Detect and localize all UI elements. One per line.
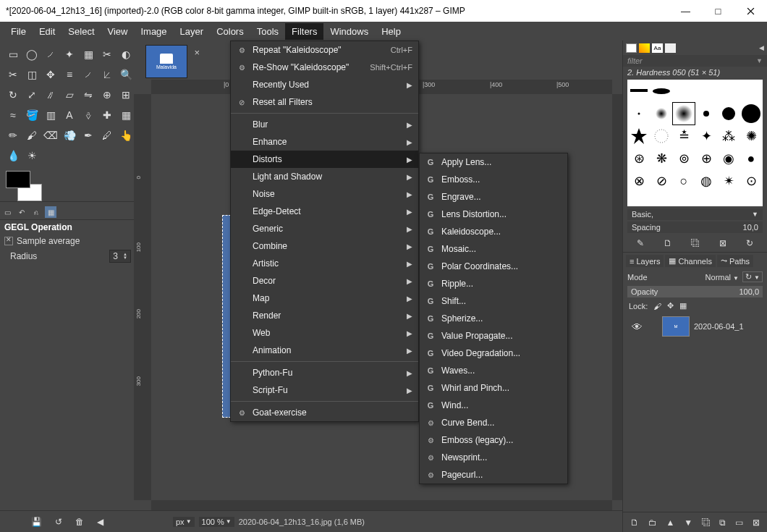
tool-shear[interactable]: ⫽ bbox=[42, 85, 59, 104]
menu-layer[interactable]: Layer bbox=[174, 23, 211, 40]
menu-item-artistic[interactable]: Artistic▶ bbox=[231, 255, 418, 272]
menu-item-animation[interactable]: Animation▶ bbox=[231, 342, 418, 359]
menu-item-goat-exercise[interactable]: ⚙Goat-exercise bbox=[231, 404, 418, 421]
delete-brush-icon[interactable]: ⊠ bbox=[719, 238, 726, 248]
tool-rect-select[interactable]: ▭ bbox=[4, 45, 22, 64]
edit-brush-icon[interactable]: ✎ bbox=[637, 238, 644, 248]
menu-item-light-and-shadow[interactable]: Light and Shadow▶ bbox=[231, 168, 418, 185]
brush-item[interactable] bbox=[628, 103, 650, 124]
tab-tool-options-icon[interactable]: ▭ bbox=[1, 206, 13, 218]
tool-crop[interactable]: ✂ bbox=[4, 65, 22, 84]
brush-item[interactable]: ○ bbox=[673, 170, 695, 192]
tool-eraser[interactable]: ⌫ bbox=[42, 126, 59, 145]
menu-item-polar-coordinates-[interactable]: GPolar Coordinates... bbox=[420, 258, 567, 275]
merge-layer-icon[interactable]: ⧉ bbox=[719, 518, 726, 528]
tool-scale[interactable]: ⤢ bbox=[23, 85, 41, 104]
tool-color-picker[interactable]: ⟋ bbox=[80, 65, 97, 84]
fg-color[interactable] bbox=[6, 171, 30, 188]
brush-item[interactable]: ✴ bbox=[718, 170, 740, 192]
paths-tab[interactable]: ⤳Paths bbox=[717, 255, 753, 267]
tool-rotate[interactable]: ↻ bbox=[4, 85, 22, 104]
lower-layer-icon[interactable]: ▼ bbox=[684, 518, 692, 528]
maximize-button[interactable]: □ bbox=[702, 0, 734, 22]
dock-menu-icon[interactable]: ◀ bbox=[759, 44, 764, 51]
tool-dodge[interactable]: ☀ bbox=[23, 146, 41, 165]
menu-item-apply-lens-[interactable]: GApply Lens... bbox=[420, 153, 567, 171]
menu-item-whirl-and-pinch-[interactable]: GWhirl and Pinch... bbox=[420, 379, 567, 397]
close-button[interactable] bbox=[734, 0, 767, 22]
tool-zoom[interactable]: 🔍 bbox=[117, 65, 135, 84]
menu-item-render[interactable]: Render▶ bbox=[231, 307, 418, 324]
layer-opacity[interactable]: Opacity100,0 bbox=[627, 286, 763, 297]
menu-item-distorts[interactable]: Distorts▶ bbox=[231, 151, 418, 168]
menu-item-value-propagate-[interactable]: GValue Propagate... bbox=[420, 327, 567, 345]
brush-item[interactable]: ◍ bbox=[695, 170, 717, 192]
history-tab-icon[interactable] bbox=[665, 43, 676, 53]
menu-tools[interactable]: Tools bbox=[250, 23, 285, 40]
menu-item-emboss-[interactable]: GEmboss... bbox=[420, 171, 567, 188]
tool-bucket[interactable]: 🪣 bbox=[23, 106, 41, 124]
menu-item-python-fu[interactable]: Python-Fu▶ bbox=[231, 364, 418, 381]
tool-paintbrush[interactable]: 🖌 bbox=[23, 126, 41, 145]
menu-image[interactable]: Image bbox=[134, 23, 173, 40]
tool-blur[interactable]: 💧 bbox=[4, 146, 22, 165]
menu-filters[interactable]: Filters bbox=[285, 23, 323, 40]
tool-measure[interactable]: ⟀ bbox=[98, 65, 116, 84]
minimize-button[interactable]: — bbox=[669, 0, 702, 22]
refresh-brush-icon[interactable]: ↻ bbox=[746, 238, 753, 248]
menu-item-pagecurl-[interactable]: ⚙Pagecurl... bbox=[420, 466, 567, 484]
brush-item[interactable]: ⊘ bbox=[651, 170, 672, 192]
brush-item[interactable] bbox=[651, 80, 672, 102]
tool-handle[interactable]: ⊕ bbox=[98, 85, 116, 104]
menu-item-generic[interactable]: Generic▶ bbox=[231, 220, 418, 237]
tool-unified[interactable]: ◫ bbox=[23, 65, 41, 84]
tab-images-icon[interactable]: ▦ bbox=[45, 206, 56, 218]
brush-item[interactable] bbox=[628, 80, 650, 102]
menu-item-map[interactable]: Map▶ bbox=[231, 290, 418, 307]
menu-item-newsprint-[interactable]: ⚙Newsprint... bbox=[420, 449, 567, 466]
menu-item-engrave-[interactable]: GEngrave... bbox=[420, 188, 567, 206]
radius-spinner[interactable]: Radius 3▲▼ bbox=[0, 248, 134, 265]
patterns-tab-icon[interactable] bbox=[639, 43, 650, 53]
brush-item[interactable]: ❋ bbox=[651, 148, 672, 169]
spinner-buttons[interactable]: ▲▼ bbox=[120, 253, 127, 260]
tool-color-select[interactable]: ▦ bbox=[80, 45, 97, 64]
tool-ellipse-select[interactable]: ◯ bbox=[23, 45, 41, 64]
channels-tab[interactable]: ▦Channels bbox=[665, 255, 715, 267]
duplicate-brush-icon[interactable]: ⿻ bbox=[691, 238, 700, 248]
menu-item-lens-distortion-[interactable]: GLens Distortion... bbox=[420, 206, 567, 223]
tab-undo-icon[interactable]: ⎌ bbox=[30, 206, 42, 218]
tool-flip[interactable]: ⇋ bbox=[80, 85, 97, 104]
brush-item[interactable] bbox=[740, 80, 762, 102]
mask-layer-icon[interactable]: ▭ bbox=[735, 518, 743, 528]
sample-average-checkbox[interactable]: Sample average bbox=[0, 235, 134, 248]
menu-select[interactable]: Select bbox=[62, 23, 101, 40]
brush-item[interactable] bbox=[695, 80, 717, 102]
menu-help[interactable]: Help bbox=[375, 23, 407, 40]
image-tab[interactable]: Malavida × bbox=[145, 45, 187, 78]
menu-item-mosaic-[interactable]: GMosaic... bbox=[420, 240, 567, 258]
tool-ink[interactable]: ✒ bbox=[80, 126, 97, 145]
brush-item[interactable]: ⊛ bbox=[628, 148, 650, 169]
vertical-ruler[interactable]: 0100200300 bbox=[134, 94, 151, 500]
delete-layer-icon[interactable]: ⊠ bbox=[753, 518, 760, 528]
tool-mypaint[interactable]: 🖊 bbox=[98, 126, 116, 145]
brush-item[interactable]: ⊕ bbox=[695, 148, 717, 169]
menu-item-blur[interactable]: Blur▶ bbox=[231, 116, 418, 133]
menu-item-video-degradation-[interactable]: GVideo Degradation... bbox=[420, 345, 567, 362]
tool-fuzzy-select[interactable]: ✦ bbox=[61, 45, 78, 64]
fonts-tab-icon[interactable]: Aa bbox=[652, 43, 663, 53]
menu-item-kaleidoscope-[interactable]: GKaleidoscope... bbox=[420, 223, 567, 240]
duplicate-layer-icon[interactable]: ⿻ bbox=[702, 518, 711, 528]
tool-smudge[interactable]: 👆 bbox=[117, 126, 135, 145]
tool-warp[interactable]: ≈ bbox=[4, 106, 22, 124]
menu-item-waves-[interactable]: GWaves... bbox=[420, 362, 567, 379]
brush-filter-input[interactable]: filter ▼ bbox=[623, 55, 767, 67]
brush-item[interactable] bbox=[695, 103, 717, 124]
menu-item-recently-used[interactable]: Recently Used▶ bbox=[231, 76, 418, 93]
brush-item[interactable] bbox=[718, 103, 740, 124]
delete-preset-icon[interactable]: 🗑 bbox=[75, 517, 84, 527]
tab-device-icon[interactable]: ↶ bbox=[16, 206, 27, 218]
brush-item[interactable]: ⊙ bbox=[740, 170, 762, 192]
menu-item-script-fu[interactable]: Script-Fu▶ bbox=[231, 381, 418, 399]
